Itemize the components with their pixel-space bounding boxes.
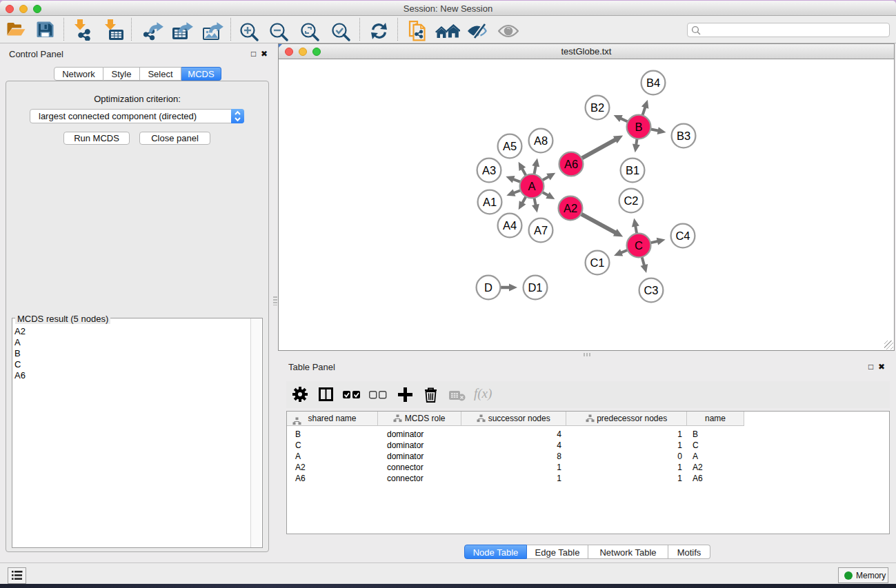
svg-text:C2: C2 [624,194,638,207]
svg-text:B2: B2 [590,101,604,114]
svg-text:A2: A2 [564,202,577,214]
svg-text:A: A [528,180,535,192]
svg-text:B1: B1 [626,164,639,176]
svg-text:A5: A5 [503,140,517,152]
svg-text:A6: A6 [564,158,578,170]
svg-text:D1: D1 [528,281,542,294]
svg-text:C: C [635,239,643,252]
svg-text:C1: C1 [590,256,604,269]
svg-text:D: D [484,281,492,294]
svg-text:A7: A7 [534,224,548,236]
svg-text:A1: A1 [483,196,497,208]
svg-text:A3: A3 [482,164,496,176]
svg-text:C3: C3 [644,284,658,296]
svg-text:B: B [635,121,642,133]
svg-text:A8: A8 [534,134,548,147]
svg-text:B3: B3 [677,130,690,142]
svg-text:A4: A4 [503,219,517,232]
svg-text:B4: B4 [646,77,660,89]
svg-text:C4: C4 [675,230,690,242]
